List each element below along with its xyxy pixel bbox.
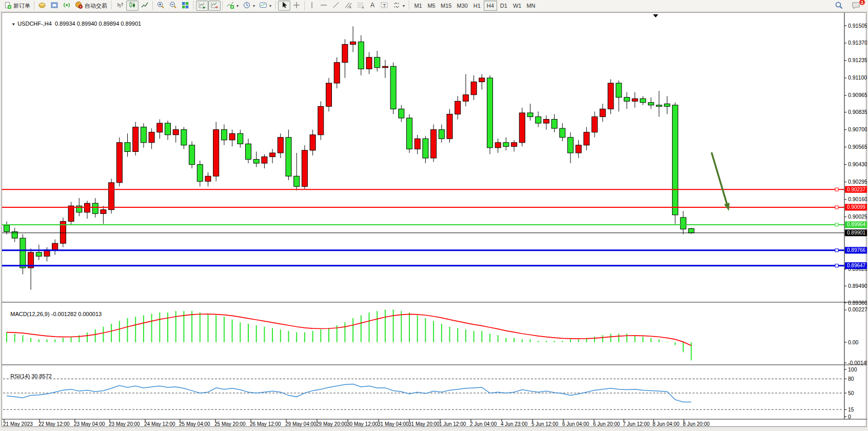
hline-handle-0.90237[interactable] [835, 188, 838, 191]
macd-signal-line [7, 314, 692, 345]
time-axis-label: 6 Jun 20:00 [593, 421, 620, 427]
search-button[interactable] [833, 1, 845, 11]
toolbar-grip [110, 1, 113, 10]
zoom-in-button[interactable] [154, 1, 167, 11]
chart-title-row[interactable]: ▼USDCHF-,H4 0.89934 0.89940 0.89894 0.89… [5, 14, 141, 33]
search-icon [835, 1, 843, 11]
timeframe-m30-button[interactable]: M30 [454, 1, 470, 11]
arrows-tool[interactable]: ▾ [390, 1, 407, 11]
chart-candles-button[interactable] [126, 1, 139, 11]
time-axis-label: 31 May 20:00 [408, 421, 440, 427]
macd-axis-label: 0.00 [848, 339, 859, 345]
price-tag-text: 0.89766 [847, 247, 866, 253]
toolbar-grip [274, 1, 277, 10]
svg-text:A: A [370, 2, 374, 9]
price-tag-text: 0.90237 [847, 187, 866, 192]
timeframe-h1-button[interactable]: H1 [470, 1, 484, 11]
rsi-indicator-label: RSI(14) 30.8572 [4, 367, 52, 385]
rsi-name: RSI(14) [10, 373, 30, 379]
tile-windows-button[interactable] [179, 1, 191, 11]
zoom-in-icon [156, 1, 165, 10]
cursor-button[interactable] [278, 1, 290, 11]
main-toolbar: 新订单 自动交易 ▾ ▾ [0, 0, 868, 12]
gold-icon [38, 1, 46, 10]
timeframe-d1-button[interactable]: D1 [497, 1, 510, 11]
fibonacci-tool[interactable]: F [354, 1, 367, 11]
bar-chart-icon [116, 1, 124, 10]
candlestick-chart-icon [128, 1, 136, 10]
svg-text:F: F [362, 6, 364, 9]
chart-shift-marker[interactable] [653, 14, 658, 17]
separator [34, 1, 34, 10]
timeframe-w1-button[interactable]: W1 [510, 1, 524, 11]
signals-button[interactable] [61, 1, 73, 11]
time-axis-label: 29 May 04:00 [285, 421, 317, 427]
market-watch-button[interactable] [36, 1, 48, 11]
price-tag-text: 0.89647 [847, 263, 866, 268]
channel-tool[interactable]: E [342, 1, 354, 11]
notifications-button[interactable]: 1 [850, 1, 863, 11]
chart-line-button[interactable] [139, 1, 151, 11]
chevron-down-icon: ▾ [236, 4, 239, 8]
time-axis-label: 25 May 04:00 [179, 421, 210, 427]
vertical-line-icon [308, 1, 315, 10]
separator [304, 1, 305, 10]
hline-handle-0.89964[interactable] [835, 223, 838, 226]
price-axis-label: 0.91370 [848, 40, 867, 46]
trend-arrow[interactable] [712, 152, 727, 206]
text-tool[interactable]: A [367, 1, 378, 11]
price-axis-label: 0.90025 [848, 213, 867, 220]
price-tag-text: 0.89901 [847, 230, 866, 236]
time-axis-label: 23 May 20:00 [109, 421, 140, 427]
chevron-down-icon: ▾ [269, 4, 271, 8]
timeframe-group: M1M5M15M30H1H4D1W1MN [411, 1, 538, 11]
zoom-out-icon [169, 1, 177, 10]
chart-dropdown-icon: ▼ [11, 22, 15, 27]
trendline-tool[interactable] [330, 1, 342, 11]
time-axis-label: 1 Jun 12:00 [439, 421, 466, 427]
price-axis-label: 0.90160 [848, 196, 867, 202]
timeframe-mn-button[interactable]: MN [524, 1, 538, 11]
auto-trading-button[interactable]: 自动交易 [73, 1, 109, 11]
new-order-button[interactable]: 新订单 [2, 1, 32, 11]
hline-handle-0.89647[interactable] [835, 264, 838, 267]
timeframe-m1-button[interactable]: M1 [411, 1, 425, 11]
signals-icon [63, 1, 71, 10]
svg-text:T: T [383, 3, 386, 8]
templates-button[interactable]: ▾ [257, 1, 273, 11]
periods-button[interactable]: ▾ [241, 1, 257, 11]
template-icon [259, 1, 267, 10]
chevron-down-icon: ▾ [253, 4, 255, 8]
horizontal-line-tool[interactable] [318, 1, 330, 11]
separator [222, 1, 223, 10]
auto-scroll-button[interactable] [196, 1, 208, 11]
timeframe-h4-button[interactable]: H4 [484, 1, 497, 11]
macd-axis-label: 0.002278 [848, 306, 867, 312]
crosshair-icon [292, 1, 301, 10]
rsi-axis-label: 15 [848, 406, 854, 413]
timeframe-m15-button[interactable]: M15 [438, 1, 454, 11]
hline-handle-0.89766[interactable] [835, 249, 838, 252]
macd-signal-value: 0.000013 [78, 311, 102, 317]
line-chart-icon [141, 1, 149, 10]
data-window-button[interactable] [48, 1, 61, 11]
price-axis-label: 0.89490 [848, 283, 867, 289]
price-axis-label: 0.90565 [848, 144, 867, 150]
auto-scroll-icon [198, 1, 206, 10]
hline-handle-0.90099[interactable] [835, 206, 838, 209]
indicators-button[interactable]: ▾ [224, 1, 241, 11]
vertical-line-tool[interactable] [306, 1, 318, 11]
chart-bars-button[interactable] [114, 1, 126, 11]
timeframe-m5-button[interactable]: M5 [425, 1, 438, 11]
zoom-out-button[interactable] [167, 1, 179, 11]
time-axis-label: 31 May 04:00 [378, 421, 409, 427]
chart-shift-button[interactable] [208, 1, 221, 11]
price-axis-label: 0.90430 [848, 161, 867, 167]
time-axis-label: 6 Jun 04:00 [562, 421, 589, 427]
time-axis-label: 2 Jun 04:00 [470, 421, 497, 427]
label-tool[interactable]: T [378, 1, 390, 11]
rsi-axis-label: 0 [848, 414, 851, 420]
chart-canvas[interactable]: 0.915050.913700.912350.911000.909650.908… [2, 13, 867, 427]
macd-indicator-label: MACD(12,26,9) -0.001282 0.000013 [4, 305, 102, 323]
crosshair-button[interactable] [290, 1, 303, 11]
